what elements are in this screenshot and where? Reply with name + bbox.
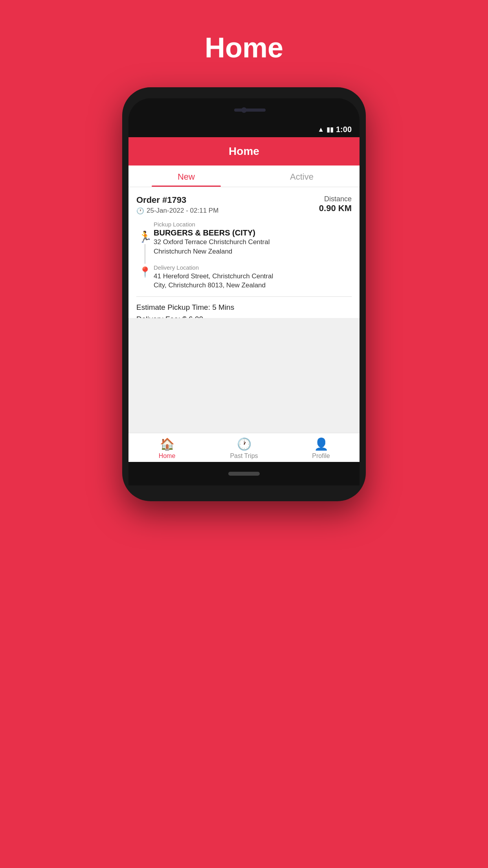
distance-value: 0.90 KM [319, 203, 352, 213]
pickup-address: 32 Oxford Terrace Christchurch Central C… [154, 237, 352, 256]
order-header: Order #1793 🕐 25-Jan-2022 - 02:11 PM Dis… [136, 195, 352, 215]
home-indicator [228, 472, 260, 476]
status-bar: ▲ ▮▮ 1:00 [128, 122, 360, 137]
phone-screen: ▲ ▮▮ 1:00 Home New Active Order #1793 🕐 … [128, 122, 360, 462]
app-header-title: Home [229, 145, 259, 157]
distance-label: Distance [319, 195, 352, 203]
status-bar-icons: ▲ ▮▮ 1:00 [317, 125, 352, 134]
page-title: Home [205, 31, 283, 64]
nav-item-profile[interactable]: 👤 Profile [283, 437, 360, 460]
nav-item-past-trips[interactable]: 🕐 Past Trips [205, 437, 283, 460]
delivery-address: 41 Hereford Street, Christchurch Central… [154, 272, 352, 291]
distance-block: Distance 0.90 KM [319, 195, 352, 213]
order-date-text: 25-Jan-2022 - 02:11 PM [147, 207, 218, 215]
pickup-label: Pickup Location [154, 221, 352, 228]
connector-line [145, 244, 145, 264]
order-date: 🕐 25-Jan-2022 - 02:11 PM [136, 207, 218, 215]
icon-column: 🏃 📍 [136, 221, 154, 290]
past-trips-nav-label: Past Trips [230, 452, 258, 460]
time-display: 1:00 [336, 125, 352, 134]
profile-nav-label: Profile [312, 452, 330, 460]
battery-icon: ▮▮ [327, 125, 334, 134]
pickup-runner-icon: 🏃 [138, 230, 152, 243]
divider-1 [136, 296, 352, 297]
location-rows: 🏃 📍 Pickup Location BURGERS & BEERS (CIT… [136, 221, 352, 290]
past-trips-nav-icon: 🕐 [237, 437, 251, 451]
bottom-nav[interactable]: 🏠 Home 🕐 Past Trips 👤 Profile [128, 433, 360, 462]
order-number: Order #1793 [136, 195, 218, 205]
home-nav-label: Home [159, 452, 176, 460]
pickup-name: BURGERS & BEERS (CITY) [154, 228, 352, 237]
delivery-block: Delivery Location 41 Hereford Street, Ch… [154, 264, 352, 291]
phone-top-bezel [128, 98, 360, 122]
delivery-pin-icon: 📍 [139, 266, 151, 278]
profile-nav-icon: 👤 [314, 437, 328, 451]
phone-shell: ▲ ▮▮ 1:00 Home New Active Order #1793 🕐 … [122, 87, 366, 501]
app-header: Home [128, 137, 360, 166]
pickup-block: Pickup Location BURGERS & BEERS (CITY) 3… [154, 221, 352, 256]
location-details: Pickup Location BURGERS & BEERS (CITY) 3… [154, 221, 352, 290]
empty-area [128, 318, 360, 433]
clock-icon: 🕐 [136, 207, 144, 215]
estimate-row: Estimate Pickup Time: 5 Mins [136, 303, 352, 312]
signal-icon: ▲ [317, 126, 324, 134]
phone-speaker [234, 108, 266, 112]
tab-bar[interactable]: New Active [128, 166, 360, 187]
nav-item-home[interactable]: 🏠 Home [128, 437, 205, 460]
phone-bottom-bezel [128, 462, 360, 485]
order-info-left: Order #1793 🕐 25-Jan-2022 - 02:11 PM [136, 195, 218, 215]
tab-active[interactable]: Active [244, 166, 360, 187]
home-nav-icon: 🏠 [160, 437, 174, 451]
main-content: Order #1793 🕐 25-Jan-2022 - 02:11 PM Dis… [128, 187, 360, 318]
delivery-fee-row: Delivery Fee: $ 6.00 [136, 315, 352, 318]
delivery-label: Delivery Location [154, 264, 352, 271]
tab-new[interactable]: New [128, 166, 244, 187]
